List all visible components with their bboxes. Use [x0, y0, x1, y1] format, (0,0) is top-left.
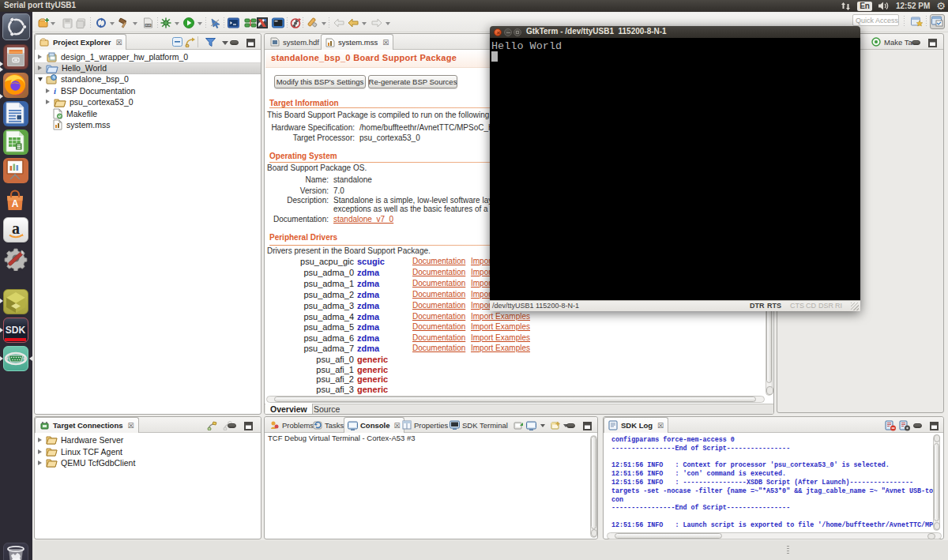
svg-text:010: 010	[145, 24, 150, 27]
svg-text:a: a	[12, 220, 20, 237]
svg-text:A: A	[12, 198, 19, 209]
